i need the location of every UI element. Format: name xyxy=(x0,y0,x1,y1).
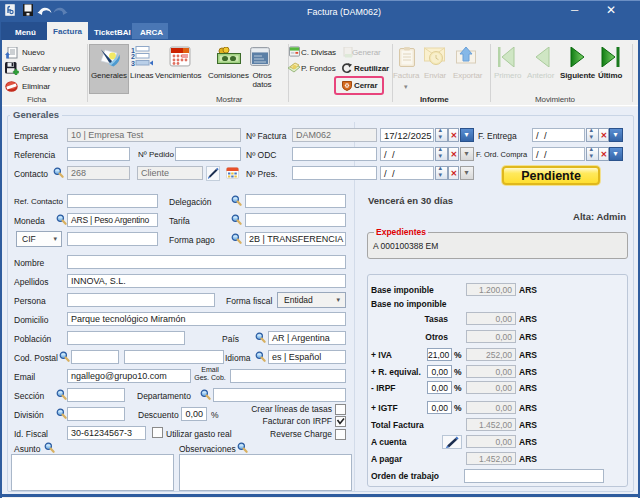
svg-text:3: 3 xyxy=(131,60,135,67)
